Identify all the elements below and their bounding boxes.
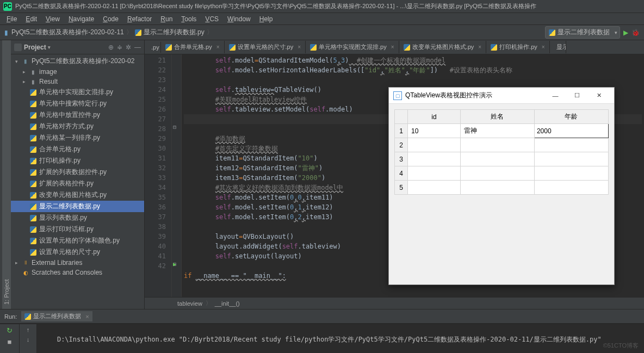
project-root[interactable]: ▾▮PyQt5二维数据及表格操作-2020-02 [11, 55, 144, 67]
table-header[interactable]: 年龄 [534, 110, 608, 124]
row-number[interactable]: 2 [395, 138, 408, 152]
run-tab[interactable]: 显示二维列表数据 × [21, 311, 92, 321]
menu-window[interactable]: Window [223, 14, 255, 24]
table-cell[interactable] [534, 152, 608, 166]
qt-title-bar[interactable]: ▢ QTableView表格视图控件演示 — ☐ ✕ [389, 88, 614, 104]
menu-code[interactable]: Code [98, 14, 123, 24]
file-item[interactable]: 合并单元格.py [11, 144, 144, 155]
table-cell[interactable]: 雷神 [460, 124, 534, 138]
table-cell[interactable] [408, 181, 461, 195]
collapse-icon[interactable]: ≑ [117, 44, 122, 51]
table-cell[interactable] [534, 166, 608, 181]
table-row[interactable]: 2 [395, 138, 609, 152]
menu-vcs[interactable]: VCS [201, 14, 223, 24]
table-cell[interactable] [408, 138, 461, 152]
locate-icon[interactable]: ⊕ [108, 44, 114, 51]
editor-tab[interactable]: 单元格中实现图文混排.py× [306, 41, 399, 53]
close-icon[interactable]: × [216, 44, 220, 50]
breadcrumb-item[interactable]: __init__() [215, 300, 240, 307]
table-cell[interactable] [534, 181, 608, 195]
table-row[interactable]: 5 [395, 181, 609, 195]
down-icon[interactable]: ↓ [27, 336, 30, 343]
close-icon[interactable]: × [478, 44, 481, 50]
editor-tab[interactable]: 打印机操作.py× [486, 41, 550, 53]
table-header[interactable]: id [408, 110, 461, 124]
folder-item[interactable]: ▸▮image [11, 67, 144, 77]
file-item[interactable]: 改变单元格图片格式.py [11, 189, 144, 201]
side-tab[interactable]: 1: Project [2, 40, 11, 309]
row-number[interactable]: 3 [395, 152, 408, 166]
side-tab[interactable]: 7: Structure [0, 40, 2, 309]
table-cell[interactable] [460, 138, 534, 152]
table-header[interactable]: 姓名 [460, 110, 534, 124]
table-cell[interactable] [460, 181, 534, 195]
table-cell[interactable] [460, 166, 534, 181]
editor-tab[interactable]: 显示 [550, 41, 566, 53]
menu-run[interactable]: Run [156, 14, 177, 24]
file-item[interactable]: 扩展的表格控件.py [11, 178, 144, 189]
project-pane-header[interactable]: Project ▾ ⊕ ≑ ✲ — [11, 40, 144, 54]
file-item[interactable]: 单元格中放置控件.py [11, 109, 144, 121]
file-item[interactable]: 单元格中实现图文混排.py [11, 86, 144, 98]
menu-view[interactable]: View [41, 14, 64, 24]
minimize-button[interactable]: — [544, 89, 566, 103]
row-number[interactable]: 1 [395, 124, 408, 138]
breadcrumb-file[interactable]: 显示二维列表数据.py [144, 28, 205, 37]
menu-refactor[interactable]: Refactor [123, 14, 156, 24]
external-libraries[interactable]: ▸⫴External Libraries [11, 258, 144, 268]
table-cell[interactable] [408, 152, 461, 166]
file-item[interactable]: 设置单元格的尺寸.py [11, 246, 144, 258]
table-row[interactable]: 4 [395, 166, 609, 181]
row-number[interactable]: 5 [395, 181, 408, 195]
stop-button[interactable]: ■ [8, 338, 12, 346]
menu-edit[interactable]: Edit [21, 14, 41, 24]
close-button[interactable]: ✕ [588, 89, 610, 103]
breadcrumb-project[interactable]: PyQt5二维数据及表格操作-2020-02-11 [11, 28, 124, 37]
debug-button[interactable]: 🐞 [631, 29, 640, 36]
up-icon[interactable]: ↑ [27, 326, 30, 333]
file-item[interactable]: 单元格对齐方式.py [11, 121, 144, 132]
table-cell[interactable] [408, 166, 461, 181]
file-item[interactable]: 单元格中搜索特定行.py [11, 98, 144, 109]
fold-gutter[interactable]: ⊟⊟▶ [172, 54, 182, 297]
breadcrumb[interactable]: PyQt5二维数据及表格操作-2020-02-11 〉 显示二维列表数据.py … [11, 28, 213, 37]
close-icon[interactable]: × [542, 44, 545, 50]
file-item[interactable]: 设置单元格的字体和颜色.py [11, 235, 144, 246]
maximize-button[interactable]: ☐ [566, 89, 588, 103]
file-item[interactable]: 显示列表数据.py [11, 212, 144, 224]
editor-tab[interactable]: 设置单元格的尺寸.py× [225, 41, 306, 53]
menu-file[interactable]: File [2, 14, 21, 24]
menu-help[interactable]: Help [255, 14, 277, 24]
breadcrumb-item[interactable]: tableview [177, 300, 202, 307]
table-row[interactable]: 3 [395, 152, 609, 166]
file-item[interactable]: 打印机操作.py [11, 155, 144, 166]
run-config-selector[interactable]: 显示二维列表数据 [545, 26, 620, 39]
file-item[interactable]: 扩展的列表数据控件.py [11, 166, 144, 178]
table-row[interactable]: 110雷神2000 [395, 124, 609, 138]
file-item[interactable]: 显示打印对话框.py [11, 224, 144, 235]
close-icon[interactable]: × [391, 44, 394, 50]
code-breadcrumb[interactable]: tableview 〉 __init__() [145, 297, 644, 309]
editor-tab[interactable]: 改变单元格图片格式.py× [399, 41, 487, 53]
run-button[interactable]: ▶ [623, 29, 628, 36]
table-cell[interactable]: 2000 [534, 124, 608, 138]
gear-icon[interactable]: ✲ [126, 44, 131, 51]
folder-item[interactable]: ▸▮Result [11, 77, 144, 86]
qt-application-window[interactable]: ▢ QTableView表格视图控件演示 — ☐ ✕ id姓名年龄110雷神20… [388, 87, 615, 285]
table-cell[interactable] [460, 152, 534, 166]
file-item[interactable]: 显示二维列表数据.py [11, 201, 144, 212]
scratches[interactable]: ◐Scratches and Consoles [11, 268, 144, 277]
menu-navigate[interactable]: Navigate [64, 14, 98, 24]
rerun-button[interactable]: ↻ [7, 326, 13, 335]
row-number[interactable]: 4 [395, 166, 408, 181]
table-cell[interactable] [534, 138, 608, 152]
editor-tab[interactable]: .py [145, 42, 161, 53]
menu-tools[interactable]: Tools [177, 14, 201, 24]
editor-tab[interactable]: 合并单元格.py× [161, 41, 225, 53]
hide-icon[interactable]: — [134, 44, 141, 51]
file-item[interactable]: 单元格某一列排序.py [11, 132, 144, 144]
close-icon[interactable]: × [298, 44, 301, 50]
table-cell[interactable]: 10 [408, 124, 461, 138]
run-output[interactable]: D:\Install\ANACONDA\python.exe "D:/Byrbt… [37, 324, 644, 353]
close-icon[interactable]: × [85, 313, 89, 320]
